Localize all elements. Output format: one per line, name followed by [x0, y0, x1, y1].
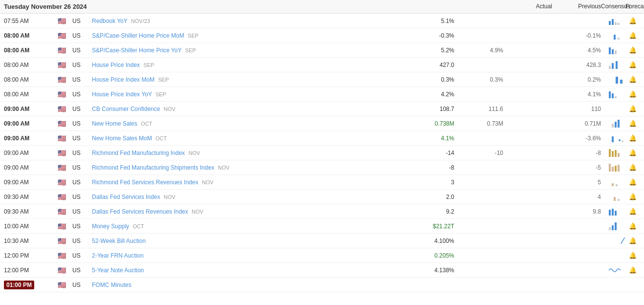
bell-icon[interactable]: 🔔: [629, 61, 637, 68]
time-cell: 08:00 AM: [4, 91, 58, 98]
bell-icon[interactable]: 🔔: [629, 208, 637, 215]
country-flag: 🇺🇸: [58, 178, 66, 186]
bell-icon[interactable]: 🔔: [629, 149, 637, 156]
table-row: 12:00 PM 🇺🇸 US 2-Year FRN Auction 0.205%…: [0, 248, 644, 263]
event-cell[interactable]: Richmond Fed Manufacturing Index NOV: [92, 150, 405, 156]
event-cell[interactable]: Redbook YoY NOV/23: [92, 18, 405, 24]
svg-rect-0: [609, 21, 611, 25]
event-period: NOV: [218, 165, 229, 171]
time-label: 09:30 AM: [4, 194, 29, 200]
table-row: 09:00 AM 🇺🇸 US New Home Sales MoM OCT 4.…: [0, 131, 644, 146]
bell-cell[interactable]: 🔔: [625, 164, 640, 171]
bell-cell[interactable]: 🔔: [625, 252, 640, 259]
bell-icon[interactable]: 🔔: [629, 222, 637, 230]
bell-cell[interactable]: 🔔: [625, 178, 640, 186]
forecast-value: 110: [552, 106, 601, 112]
bell-icon[interactable]: 🔔: [629, 252, 637, 259]
bell-cell[interactable]: 🔔: [625, 46, 640, 54]
svg-rect-14: [609, 91, 611, 98]
bell-cell[interactable]: 🔔: [625, 134, 640, 142]
flag-cell: 🇺🇸: [58, 266, 72, 274]
event-period: OCT: [133, 223, 144, 229]
event-cell[interactable]: CB Consumer Confidence NOV: [92, 106, 405, 112]
bell-cell[interactable]: 🔔: [625, 17, 640, 24]
bell-icon[interactable]: 🔔: [629, 193, 637, 200]
svg-rect-24: [612, 151, 614, 157]
svg-rect-4: [614, 35, 616, 40]
event-cell[interactable]: 5-Year Note Auction: [92, 267, 405, 274]
bell-cell[interactable]: 🔔: [625, 222, 640, 230]
event-period: NOV: [188, 150, 200, 156]
chart-cell: [601, 164, 625, 172]
event-cell[interactable]: Richmond Fed Manufacturing Shipments Ind…: [92, 164, 405, 171]
bell-icon[interactable]: 🔔: [629, 266, 637, 274]
bell-icon[interactable]: 🔔: [629, 76, 637, 83]
economic-calendar: Tuesday November 26 2024 Actual Previous…: [0, 0, 644, 292]
bell-cell[interactable]: 🔔: [625, 208, 640, 215]
event-cell[interactable]: House Price Index SEP: [92, 62, 405, 68]
event-cell[interactable]: FOMC Minutes: [92, 282, 405, 288]
time-cell: 12:00 PM: [4, 267, 58, 274]
event-cell[interactable]: House Price Index YoY SEP: [92, 91, 405, 98]
event-cell[interactable]: 52-Week Bill Auction: [92, 238, 405, 244]
forecast-value: -5: [552, 164, 601, 171]
flag-cell: 🇺🇸: [58, 281, 72, 289]
event-cell[interactable]: Dallas Fed Services Revenues Index NOV: [92, 208, 405, 215]
event-cell[interactable]: S&P/Case-Shiller Home Price YoY SEP: [92, 47, 405, 54]
forecast-value: -8: [552, 150, 601, 156]
bell-icon[interactable]: 🔔: [629, 17, 637, 24]
time-label: 09:00 AM: [4, 150, 29, 156]
time-cell: 07:55 AM: [4, 18, 58, 24]
table-row: 12:00 PM 🇺🇸 US 5-Year Note Auction 4.138…: [0, 263, 644, 278]
time-label: 10:30 AM: [4, 238, 29, 244]
event-cell[interactable]: Richmond Fed Services Revenues Index NOV: [92, 179, 405, 186]
bell-cell[interactable]: 🔔: [625, 266, 640, 274]
svg-rect-27: [609, 164, 611, 172]
actual-value: -14: [405, 150, 454, 156]
bell-icon[interactable]: 🔔: [629, 134, 637, 142]
time-label: 10:00 AM: [4, 223, 29, 230]
country-flag: 🇺🇸: [58, 134, 66, 142]
event-cell[interactable]: New Home Sales MoM OCT: [92, 135, 405, 142]
bell-icon[interactable]: 🔔: [629, 105, 637, 112]
previous-value: 111.6: [454, 106, 503, 112]
event-cell[interactable]: Dallas Fed Services Index NOV: [92, 194, 405, 200]
event-cell[interactable]: S&P/Case-Shiller Home Price MoM SEP: [92, 32, 405, 39]
svg-rect-19: [618, 120, 620, 128]
bell-icon[interactable]: 🔔: [629, 120, 637, 127]
bell-cell[interactable]: 🔔: [625, 105, 640, 112]
bell-cell[interactable]: 🔔: [625, 120, 640, 127]
event-cell[interactable]: 2-Year FRN Auction: [92, 252, 405, 259]
previous-value: 4.9%: [454, 47, 503, 54]
forecast-value: 0.2%: [552, 76, 601, 83]
bell-cell[interactable]: 🔔: [625, 76, 640, 83]
actual-value: 4.1%: [405, 135, 454, 142]
bell-cell[interactable]: 🔔: [625, 237, 640, 244]
bell-cell[interactable]: 🔔: [625, 61, 640, 68]
time-cell: 09:00 AM: [4, 150, 58, 156]
event-cell[interactable]: New Home Sales OCT: [92, 120, 405, 127]
time-label: 09:00 AM: [4, 106, 29, 112]
bell-cell[interactable]: 🔔: [625, 149, 640, 156]
chart-cell: [601, 178, 625, 186]
bell-cell[interactable]: 🔔: [625, 90, 640, 98]
event-cell[interactable]: House Price Index MoM SEP: [92, 76, 405, 83]
bell-icon[interactable]: 🔔: [629, 178, 637, 186]
bell-icon[interactable]: 🔔: [629, 32, 637, 39]
event-cell[interactable]: Money Supply OCT: [92, 223, 405, 230]
country-label: US: [72, 62, 81, 68]
bell-cell[interactable]: 🔔: [625, 32, 640, 39]
time-cell: 09:00 AM: [4, 106, 58, 112]
bell-icon[interactable]: 🔔: [629, 237, 637, 244]
bell-cell[interactable]: 🔔: [625, 193, 640, 200]
flag-cell: 🇺🇸: [58, 178, 72, 186]
country-label: US: [72, 47, 81, 54]
bell-icon[interactable]: 🔔: [629, 46, 637, 54]
table-row: 08:00 AM 🇺🇸 US S&P/Case-Shiller Home Pri…: [0, 28, 644, 43]
flag-cell: 🇺🇸: [58, 164, 72, 172]
bell-icon[interactable]: 🔔: [629, 90, 637, 98]
table-header: Tuesday November 26 2024 Actual Previous…: [0, 0, 644, 14]
bell-icon[interactable]: 🔔: [629, 164, 637, 171]
country-flag: 🇺🇸: [58, 46, 66, 54]
event-name: Dallas Fed Services Index: [92, 194, 160, 200]
